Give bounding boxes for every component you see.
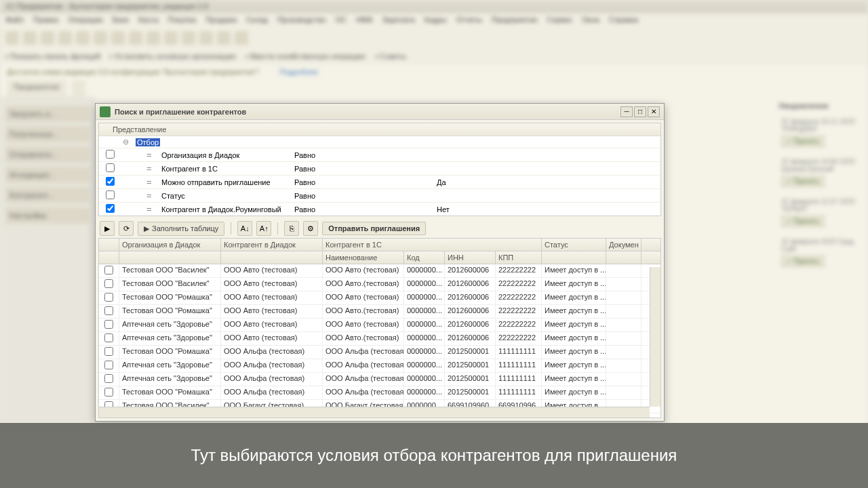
toolbar-2: ▪ Показать панель функций▪ Установить ос… — [0, 47, 868, 65]
equals-icon: = — [146, 177, 159, 187]
accept-button[interactable]: ✓ Принять — [781, 176, 825, 187]
cell-org: Тестовая ООО "Ромашка" — [119, 305, 221, 318]
cell-docs — [606, 373, 642, 386]
menu-item[interactable]: Справка — [609, 16, 638, 26]
row-checkbox[interactable] — [104, 361, 113, 369]
col-k1c[interactable]: Контрагент в 1С — [323, 239, 542, 251]
tabs-bar: Предприятие — [0, 80, 868, 96]
toolbar-item[interactable]: ▪ Установить основную организацию — [110, 52, 236, 60]
filter-root-row[interactable]: ⊖ Отбор — [99, 136, 660, 148]
filter-row[interactable]: = Контрагент в 1С Равно — [99, 162, 660, 176]
filter-checkbox[interactable] — [106, 177, 115, 186]
row-checkbox[interactable] — [104, 320, 113, 329]
menu-item[interactable]: Предприятие — [492, 16, 538, 26]
col-org[interactable]: Организация в Диадок — [119, 239, 221, 251]
play-icon[interactable]: ▶ — [100, 221, 115, 236]
table-row[interactable]: Аптечная сеть "Здоровье" ООО Авто (тесто… — [99, 319, 660, 332]
col-kpp[interactable]: КПП — [496, 251, 542, 264]
accept-button[interactable]: ✓ Принять — [781, 256, 825, 267]
menu-item[interactable]: Зарплата — [382, 16, 415, 26]
filter-row[interactable]: = Контрагент в Диадок.Роуминговый Равно … — [99, 203, 660, 216]
table-row[interactable]: Аптечная сеть "Здоровье" ООО Авто (тесто… — [99, 332, 660, 346]
table-row[interactable]: Тестовая ООО "Василек" ООО Авто (тестова… — [99, 278, 660, 291]
fill-table-button[interactable]: ▶Заполнить таблицу — [138, 222, 224, 236]
toolbar-item[interactable]: ▪ Показать панель функций — [5, 52, 100, 60]
cell-status: Имеет доступ в ... — [542, 291, 606, 304]
col-inn[interactable]: ИНН — [445, 251, 496, 264]
filter-root-label: Отбор — [136, 138, 160, 146]
row-checkbox[interactable] — [104, 306, 113, 315]
cell-name: ООО Авто.(тестовая) — [323, 332, 404, 345]
filter-row[interactable]: = Статус Равно — [99, 189, 660, 203]
cell-kod: 0000000... — [404, 319, 445, 331]
row-checkbox[interactable] — [104, 347, 113, 356]
menu-item[interactable]: Покупка — [168, 16, 197, 26]
table-row[interactable]: Тестовая ООО "Ромашка" ООО Альфа (тестов… — [99, 386, 660, 400]
maximize-button[interactable]: □ — [634, 106, 646, 117]
notice-link[interactable]: Подробнее — [279, 68, 318, 77]
refresh-icon[interactable]: ⟳ — [119, 221, 134, 236]
close-button[interactable]: ✕ — [648, 106, 660, 117]
accept-button[interactable]: ✓ Принять — [781, 216, 825, 227]
collapse-icon[interactable]: ⊖ — [118, 138, 133, 146]
row-checkbox[interactable] — [104, 374, 113, 383]
table-row[interactable]: Аптечная сеть "Здоровье" ООО Альфа (тест… — [99, 373, 660, 386]
menu-item[interactable]: Отчеты — [456, 16, 482, 26]
col-name[interactable]: Наименование — [323, 251, 404, 264]
sort-asc-icon[interactable]: A↓ — [237, 221, 252, 236]
col-docs[interactable]: Докумен за 3 мес — [606, 239, 642, 251]
filter-row[interactable]: = Организация в Диадок Равно — [99, 148, 660, 162]
menu-item[interactable]: ОС — [336, 16, 347, 26]
table-row[interactable]: Аптечная сеть "Здоровье" ООО Альфа (тест… — [99, 359, 660, 373]
filter-checkbox[interactable] — [106, 190, 115, 199]
minimize-button[interactable]: ─ — [620, 106, 633, 117]
filter-checkbox[interactable] — [106, 204, 115, 213]
cell-kod: 0000000... — [404, 278, 445, 291]
col-kod[interactable]: Код — [404, 251, 445, 264]
dialog-titlebar[interactable]: Поиск и приглашение контрагентов ─ □ ✕ — [96, 104, 664, 120]
cell-docs — [606, 278, 642, 291]
menu-item[interactable]: Производство — [277, 16, 326, 26]
subtitle-caption: Тут выбираются условия отбора контрагент… — [0, 423, 868, 488]
cell-status: Имеет доступ в ... — [542, 346, 606, 359]
row-checkbox[interactable] — [104, 388, 113, 396]
main-menu: ФайлПравкаОперацииБанкКассаПокупкаПродаж… — [0, 14, 868, 28]
scrollbar-horizontal[interactable] — [99, 407, 650, 418]
accept-button[interactable]: ✓ Принять — [781, 136, 825, 147]
filter-checkbox[interactable] — [106, 150, 115, 159]
menu-item[interactable]: Касса — [138, 16, 159, 26]
filter-row[interactable]: = Можно отправить приглашение Равно Да — [99, 176, 660, 189]
menu-item[interactable]: Правка — [33, 16, 58, 26]
col-status[interactable]: Статус — [542, 239, 606, 251]
row-checkbox[interactable] — [104, 279, 113, 288]
send-invitations-button[interactable]: Отправить приглашения — [322, 222, 426, 235]
export-icon[interactable]: ⎘ — [284, 221, 299, 236]
menu-item[interactable]: Файл — [5, 16, 24, 26]
menu-item[interactable]: Продажа — [205, 16, 237, 26]
table-row[interactable]: Тестовая ООО "Ромашка" ООО Авто (тестова… — [99, 291, 660, 305]
menu-item[interactable]: Сервис — [547, 16, 573, 26]
menu-item[interactable]: Банк — [113, 16, 129, 26]
scrollbar-vertical[interactable] — [650, 267, 660, 407]
toolbar-item[interactable]: ▪ Ввести хозяйственную операцию — [245, 52, 366, 60]
data-toolbar: ▶ ⟳ ▶Заполнить таблицу A↓ A↑ ⎘ ⚙ Отправи… — [96, 219, 664, 238]
settings-icon[interactable]: ⚙ — [303, 221, 318, 236]
cell-name: ООО Авто (тестовая) — [323, 319, 404, 331]
menu-item[interactable]: Операции — [68, 16, 102, 26]
col-kd[interactable]: Контрагент в Диадок — [221, 239, 323, 251]
table-row[interactable]: Тестовая ООО "Ромашка" ООО Альфа (тестов… — [99, 346, 660, 359]
menu-item[interactable]: НМА — [356, 16, 372, 26]
menu-item[interactable]: Склад — [246, 16, 268, 26]
equals-icon: = — [146, 163, 159, 174]
table-row[interactable]: Тестовая ООО "Василек" ООО Авто (тестова… — [99, 264, 660, 278]
row-checkbox[interactable] — [104, 293, 113, 302]
sort-desc-icon[interactable]: A↑ — [256, 221, 271, 236]
menu-item[interactable]: Кадры — [425, 16, 447, 26]
filter-checkbox[interactable] — [106, 163, 115, 172]
table-row[interactable]: Тестовая ООО "Ромашка" ООО Авто (тестова… — [99, 305, 660, 319]
cell-org: Аптечная сеть "Здоровье" — [119, 332, 221, 345]
row-checkbox[interactable] — [104, 333, 113, 342]
row-checkbox[interactable] — [104, 266, 113, 274]
toolbar-item[interactable]: ▪ Советы — [375, 52, 406, 60]
menu-item[interactable]: Окна — [582, 16, 599, 26]
